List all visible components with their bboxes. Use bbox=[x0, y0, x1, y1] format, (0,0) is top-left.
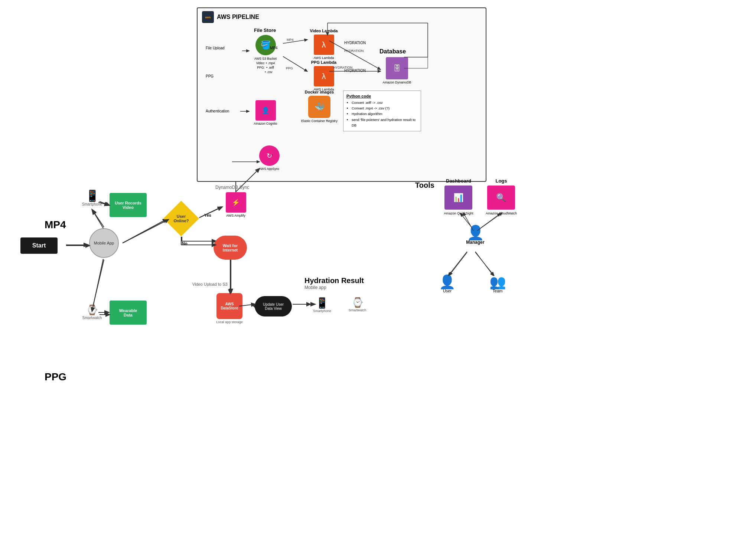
ppg-lambda-icon: λ bbox=[314, 66, 334, 86]
docker-images: Docker images 🐳 Elastic Container Regist… bbox=[301, 90, 338, 123]
cloudwatch-icon: 🔍 bbox=[487, 186, 515, 210]
svg-line-63 bbox=[475, 252, 493, 275]
team-label: Team bbox=[483, 289, 512, 293]
s3-bucket: 🪣 AWS S3 BucketVideo: • .mp4PPG: • .wiff… bbox=[249, 35, 282, 75]
python-item-1: Convert .wiff -> .csv bbox=[352, 100, 418, 105]
quicksight-label: Amazon QuickSight bbox=[440, 211, 477, 215]
ppg-inner-label: PPG bbox=[206, 74, 214, 78]
user-person: 👤 User bbox=[435, 275, 459, 293]
appsync-icon: ↻ bbox=[259, 145, 280, 166]
smartphone-top: 📱 Smartphone bbox=[81, 189, 103, 206]
smartwatch-icon: ⌚ bbox=[81, 304, 103, 316]
auth-label: Authentication bbox=[206, 109, 229, 113]
team-person: 👥 Team bbox=[483, 275, 512, 293]
yes-label: Yes bbox=[204, 213, 211, 217]
update-data-label: Update UserData View bbox=[263, 302, 284, 311]
video-lambda-icon: λ bbox=[314, 35, 334, 55]
ppg-label: PPG bbox=[45, 371, 66, 383]
mp4-label: MP4 bbox=[45, 219, 66, 231]
svg-line-33 bbox=[283, 56, 307, 71]
wait-internet: Wait forInternet bbox=[214, 236, 247, 260]
cognito: 👤 Amazon Cognito bbox=[249, 100, 282, 125]
diagram: aws AWS PIPELINE File Store 🪣 AWS S3 Buc… bbox=[0, 0, 756, 538]
smartwatch-result-icon: ⌚ bbox=[345, 297, 369, 308]
docker-icon: 🐳 bbox=[308, 96, 330, 118]
svg-line-31 bbox=[283, 40, 307, 43]
hydration-result-title: Hydration Result bbox=[304, 276, 364, 285]
dynamodb: 🗄 Amazon DynamoDB bbox=[380, 57, 414, 84]
smartphone-top-label: Smartphone bbox=[81, 202, 103, 206]
user-icon: 👤 bbox=[435, 275, 459, 289]
svg-line-28 bbox=[449, 252, 467, 275]
amplify-icon: ⚡ bbox=[226, 192, 246, 213]
svg-line-48 bbox=[123, 220, 168, 243]
start-box: Start bbox=[20, 237, 58, 254]
svg-line-14 bbox=[123, 219, 167, 243]
video-lambda-sub: AWS Lambda bbox=[307, 56, 340, 60]
mp4-arrow-label: MP4 bbox=[270, 46, 278, 50]
dashboard-label: Dashboard bbox=[444, 178, 473, 184]
ppg-lambda-title: PPG Lambda bbox=[307, 60, 340, 65]
manager-person: 👤 Manager bbox=[462, 226, 488, 245]
svg-line-49 bbox=[93, 211, 103, 228]
s3-label: AWS S3 BucketVideo: • .mp4PPG: • .wiff •… bbox=[249, 57, 282, 75]
amplify-label: AWS Amplify bbox=[219, 214, 252, 217]
aws-logo-icon: aws bbox=[202, 11, 214, 23]
python-item-3: Hydration algorithm bbox=[352, 111, 418, 117]
user-records-box: User RecordsVideo bbox=[110, 193, 147, 217]
svg-text:PPG: PPG bbox=[286, 66, 293, 70]
dynamodb-sync-label: DynamoDB Sync bbox=[215, 185, 249, 190]
start-label: Start bbox=[32, 242, 46, 249]
svg-line-17 bbox=[92, 260, 104, 310]
ppg-lambda: PPG Lambda λ AWS Lambda bbox=[307, 60, 340, 91]
smartwatch-result: ⌚ Smartwatch bbox=[345, 297, 369, 312]
team-icon: 👥 bbox=[483, 275, 512, 289]
quicksight-icon: 📊 bbox=[444, 186, 472, 210]
datastore-icon: AWSDataStore bbox=[216, 293, 242, 319]
smartwatch-bottom: ⌚ Smartwatch bbox=[81, 304, 103, 320]
cognito-label: Amazon Cognito bbox=[249, 122, 282, 125]
hydration-result: Hydration Result Mobile app bbox=[304, 276, 364, 290]
wait-internet-label: Wait forInternet bbox=[223, 243, 238, 252]
smartphone-result-label: Smartphone bbox=[310, 309, 334, 313]
update-data-view: Update UserData View bbox=[255, 296, 292, 316]
mobile-app-label: Mobile App bbox=[94, 241, 114, 245]
dynamodb-label: Amazon DynamoDB bbox=[380, 81, 414, 84]
user-online-label: UserOnline? bbox=[174, 214, 189, 223]
python-code-list: Convert .wiff -> .csv Convert .mp4 -> .c… bbox=[346, 100, 418, 128]
svg-line-51 bbox=[92, 259, 103, 311]
python-item-4: send 'file pointers' and hydration resul… bbox=[352, 117, 418, 128]
mobile-app-circle: Mobile App bbox=[89, 228, 119, 258]
docker-title: Docker images bbox=[301, 90, 338, 94]
python-code-title: Python code bbox=[346, 94, 418, 98]
wearable-data-label: WearableData bbox=[119, 308, 137, 317]
amplify: ⚡ AWS Amplify bbox=[219, 192, 252, 217]
file-store-label: File Store bbox=[254, 27, 276, 33]
manager-label: Manager bbox=[462, 240, 488, 245]
docker-sub: Elastic Container Registry bbox=[301, 119, 338, 123]
python-item-2: Convert .mp4 -> .csv (?) bbox=[352, 105, 418, 111]
file-upload-label: File Upload bbox=[206, 46, 225, 50]
svg-line-29 bbox=[475, 252, 494, 275]
tools-label: Tools bbox=[415, 181, 434, 190]
manager-icon: 👤 bbox=[462, 226, 488, 240]
database-label: Database bbox=[379, 48, 406, 55]
video-lambda: Video Lambda λ AWS Lambda bbox=[307, 29, 340, 60]
video-upload-label: Video Upload to S3 bbox=[192, 282, 228, 286]
pipeline-internal-arrows: MP4 PPG HYDRATION HYDRATION bbox=[198, 8, 486, 181]
s3-icon: 🪣 bbox=[255, 35, 276, 55]
appsync-label: AWS AppSync bbox=[252, 167, 286, 171]
logs-label: Logs bbox=[486, 178, 516, 184]
svg-line-62 bbox=[449, 252, 467, 275]
svg-line-15 bbox=[92, 210, 104, 227]
local-storage-label: Local app storage bbox=[213, 320, 246, 324]
aws-header: aws AWS PIPELINE bbox=[202, 11, 259, 23]
diamond-container: UserOnline? bbox=[164, 202, 198, 235]
aws-pipeline-title: AWS PIPELINE bbox=[217, 14, 259, 20]
svg-text:MP4: MP4 bbox=[287, 38, 294, 42]
smartphone-result: 📱 Smartphone bbox=[310, 297, 334, 313]
smartwatch-label: Smartwatch bbox=[81, 316, 103, 320]
datastore: AWSDataStore Local app storage bbox=[213, 293, 246, 324]
cognito-icon: 👤 bbox=[255, 100, 276, 121]
video-lambda-title: Video Lambda bbox=[307, 29, 340, 33]
